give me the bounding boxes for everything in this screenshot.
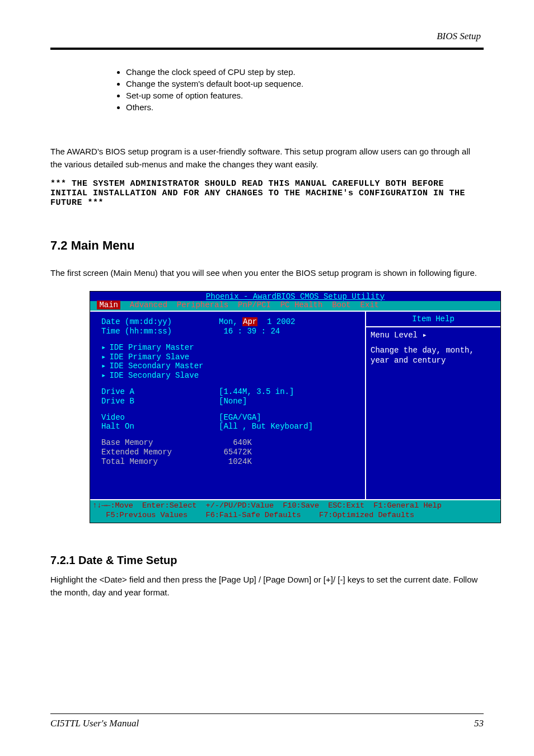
bios-help-panel: Item Help Menu Level ▸ Change the day, m… [366, 312, 500, 499]
header-right: BIOS Setup [437, 31, 481, 42]
bios-title: Phoenix - AwardBIOS CMOS Setup Utility [90, 292, 500, 301]
bios-help-title: Item Help [371, 315, 496, 326]
bios-halt-value[interactable]: [All , But Keyboard] [219, 422, 313, 431]
bios-menu-main[interactable]: Main [97, 300, 120, 309]
bios-drive-b-value[interactable]: [None] [219, 397, 247, 406]
bios-time-value[interactable]: 16 : 39 : 24 [219, 327, 280, 336]
paragraph-sub: The first screen (Main Menu) that you wi… [50, 267, 484, 280]
bios-video-label: Video [101, 413, 219, 422]
list-item: Set-up some of option features. [126, 91, 484, 100]
paragraph-date-time: Highlight the <Date> field and then pres… [50, 574, 484, 599]
triangle-icon: ▸ [101, 361, 106, 371]
bios-date-label: Date (mm:dd:yy) [101, 317, 219, 327]
bios-menu-boot[interactable]: Boot [332, 300, 351, 309]
bios-menu-pchealth[interactable]: PC Health [280, 300, 323, 309]
bios-time-label: Time (hh:mm:ss) [101, 327, 219, 336]
bios-menu-exit[interactable]: Exit [360, 300, 380, 309]
bios-video-value[interactable]: [EGA/VGA] [219, 413, 261, 422]
bios-ide-primary-slave[interactable]: IDE Primary Slave [109, 353, 227, 362]
heading-main-menu: 7.2 Main Menu [50, 238, 484, 253]
bios-date-value[interactable]: Mon, Apr 1 2002 [219, 317, 295, 327]
bios-help-menu-level: Menu Level ▸ [371, 331, 496, 341]
bios-ide-primary-master[interactable]: IDE Primary Master [109, 343, 227, 353]
bios-screenshot: Phoenix - AwardBIOS CMOS Setup Utility M… [90, 291, 501, 524]
bios-menubar: Main Advanced Peripherals PnP/PCI PC Hea… [90, 301, 500, 311]
warning-stars: *** THE SYSTEM ADMINISTRATOR SHOULD READ… [50, 179, 484, 208]
footer-divider [50, 713, 484, 714]
bios-tot-mem-value: 1024K [219, 457, 252, 467]
footer-page-number: 53 [474, 718, 484, 729]
bios-base-mem-label: Base Memory [101, 438, 219, 448]
bios-drive-a-label: Drive A [101, 387, 219, 397]
bios-drive-a-value[interactable]: [1.44M, 3.5 in.] [219, 387, 294, 397]
list-item: Others. [126, 102, 484, 112]
footer-left: CI5TTL User's Manual [50, 718, 139, 729]
bios-footer: ↑↓→←:Move Enter:Select +/-/PU/PD:Value F… [90, 500, 500, 523]
list-item: Change the system's default boot-up sequ… [126, 79, 484, 88]
list-item: Change the clock speed of CPU step by st… [126, 67, 484, 77]
bios-menu-advanced[interactable]: Advanced [130, 300, 167, 309]
heading-date-time: 7.2.1 Date & Time Setup [50, 554, 484, 567]
paragraph-intro: The AWARD's BIOS setup program is a user… [50, 145, 484, 171]
header-divider [50, 48, 484, 50]
bios-ext-mem-label: Extended Memory [101, 448, 219, 457]
bios-ide-secondary-slave[interactable]: IDE Secondary Slave [109, 371, 227, 381]
bios-ide-secondary-master[interactable]: IDE Secondary Master [109, 361, 227, 371]
triangle-icon: ▸ [101, 353, 106, 362]
bios-menu-peripherals[interactable]: Peripherals [177, 300, 228, 309]
triangle-icon: ▸ [101, 343, 106, 353]
triangle-icon: ▸ [101, 371, 106, 381]
bios-left-panel: Date (mm:dd:yy) Mon, Apr 1 2002 Time (hh… [90, 312, 366, 499]
bios-drive-b-label: Drive B [101, 397, 219, 406]
bios-help-desc: Change the day, month, year and century [371, 346, 496, 365]
bios-base-mem-value: 640K [219, 438, 252, 448]
bullet-list: Change the clock speed of CPU step by st… [126, 67, 484, 112]
bios-halt-label: Halt On [101, 422, 219, 431]
bios-ext-mem-value: 65472K [219, 448, 252, 457]
bios-menu-pnppci[interactable]: PnP/PCI [238, 300, 271, 309]
bios-tot-mem-label: Total Memory [101, 457, 219, 467]
